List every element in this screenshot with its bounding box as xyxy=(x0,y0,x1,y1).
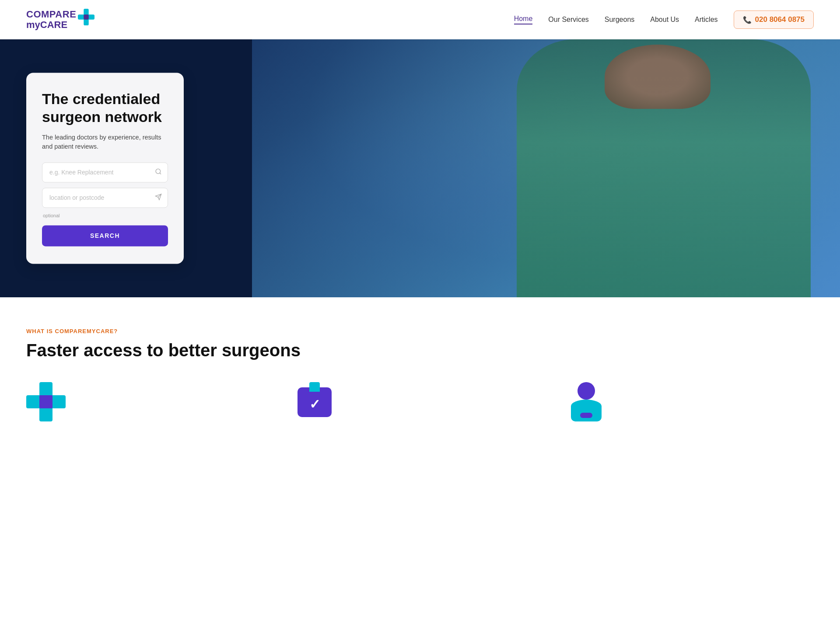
calendar-checkmark: ✓ xyxy=(309,397,320,412)
calendar-check-icon: ✓ xyxy=(298,382,332,417)
svg-line-4 xyxy=(160,173,161,174)
location-icon-button[interactable] xyxy=(155,194,162,202)
hero-search-card: The credentialed surgeon network The lea… xyxy=(26,73,184,264)
phone-button[interactable]: 📞 020 8064 0875 xyxy=(734,10,814,29)
hero-subtitle: The leading doctors by experience, resul… xyxy=(42,133,168,152)
svg-rect-2 xyxy=(84,14,89,19)
section-title: Faster access to better surgeons xyxy=(26,341,814,360)
hero-title: The credentialed surgeon network xyxy=(42,90,168,126)
search-button[interactable]: SEARCH xyxy=(42,226,168,247)
procedure-search-icon-button[interactable] xyxy=(155,168,162,177)
info-section: WHAT IS COMPAREMYCARE? Faster access to … xyxy=(0,297,840,448)
nav-services[interactable]: Our Services xyxy=(548,16,588,24)
feature-medical-cross xyxy=(26,382,271,421)
svg-point-3 xyxy=(156,169,161,174)
procedure-search-input[interactable] xyxy=(42,163,168,183)
medical-cross-icon xyxy=(26,382,66,421)
nav-articles[interactable]: Articles xyxy=(695,16,718,24)
location-optional-label: optional xyxy=(42,213,168,219)
nav-surgeons[interactable]: Surgeons xyxy=(605,16,635,24)
feature-calendar: ✓ xyxy=(298,382,542,417)
phone-icon: 📞 xyxy=(743,16,752,24)
location-search-wrapper xyxy=(42,188,168,208)
main-nav: Home Our Services Surgeons About Us Arti… xyxy=(514,10,814,29)
nav-about[interactable]: About Us xyxy=(650,16,679,24)
site-header: COMPARE myCARE Home Our Services Surgeon… xyxy=(0,0,840,39)
section-label: WHAT IS COMPAREMYCARE? xyxy=(26,328,814,334)
phone-number: 020 8064 0875 xyxy=(755,15,805,24)
location-icon xyxy=(155,194,162,201)
search-icon xyxy=(155,168,162,175)
logo[interactable]: COMPARE myCARE xyxy=(26,9,94,30)
location-search-input[interactable] xyxy=(42,188,168,208)
feature-doctor xyxy=(569,382,814,421)
features-row: ✓ xyxy=(26,382,814,421)
procedure-search-wrapper xyxy=(42,163,168,183)
logo-mycare: myCARE xyxy=(26,20,76,30)
hero-surgeon-image xyxy=(252,39,840,297)
logo-cross-icon xyxy=(78,9,94,25)
nav-home[interactable]: Home xyxy=(514,15,533,24)
hero-section: The credentialed surgeon network The lea… xyxy=(0,39,840,297)
logo-compare: COMPARE xyxy=(26,9,76,20)
doctor-icon xyxy=(569,382,604,421)
